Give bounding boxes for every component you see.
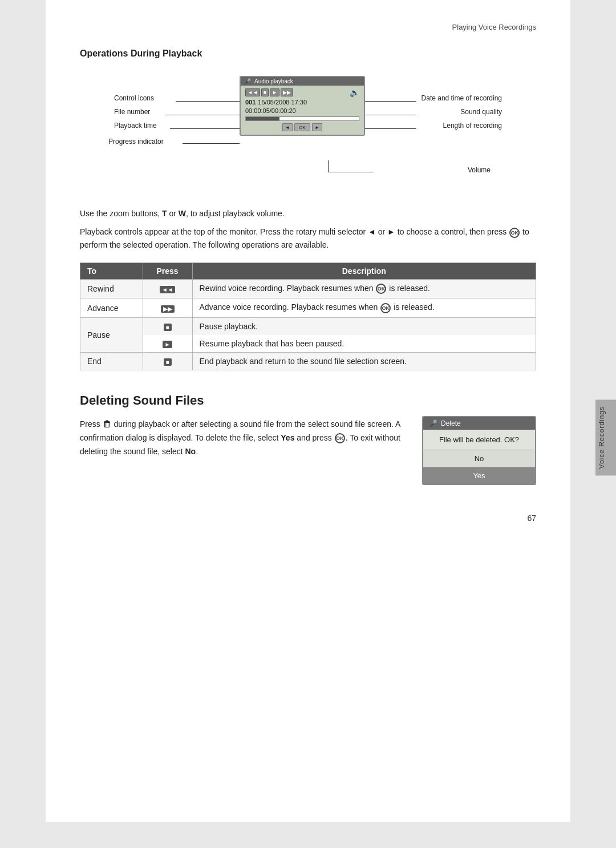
lcd-file-number: 001 [245, 99, 256, 106]
header-title: Playing Voice Recordings [452, 23, 536, 31]
label-length: Length of recording [443, 122, 502, 130]
td-pause-press1: ■ [143, 317, 192, 335]
body-text-1: Use the zoom buttons, T or W, to adjust … [80, 207, 536, 220]
lcd-file-info: 001 15/05/2008 17:30 [245, 99, 359, 106]
td-pause-to: Pause [80, 317, 143, 352]
delete-dialog-body: File will be deleted. OK? [423, 430, 535, 450]
delete-dialog: 🎤 Delete File will be deleted. OK? No Ye… [422, 416, 536, 485]
table-row-advance: Advance ▶▶ Advance voice recording. Play… [80, 298, 536, 317]
table-row-end: End ■ End playback and return to the sou… [80, 352, 536, 370]
td-rewind-desc: Rewind voice recording. Playback resumes… [192, 280, 536, 298]
bold-W: W [179, 209, 186, 218]
td-advance-desc: Advance voice recording. Playback resume… [192, 298, 536, 317]
td-rewind-press: ◄◄ [143, 280, 192, 298]
td-end-to: End [80, 352, 143, 370]
label-control-icons: Control icons [114, 94, 154, 102]
advance-icon: ▶▶ [161, 305, 175, 313]
lcd-back-btn: ◄ [282, 123, 293, 131]
delete-dialog-message: File will be deleted. OK? [439, 435, 519, 444]
th-description: Description [192, 263, 536, 280]
delete-option-yes-label: Yes [473, 471, 485, 480]
delete-dialog-title-text: Delete [441, 419, 461, 427]
lcd-ok-btn: OK [294, 123, 310, 131]
lcd-fwd-btn: ► [312, 123, 322, 131]
speaker-icon: 🔈 [350, 88, 359, 97]
delete-option-no[interactable]: No [423, 450, 535, 467]
delete-text: Press 🗑 during playback or after selecti… [80, 416, 405, 459]
bold-yes: Yes [281, 433, 294, 442]
table-row-rewind: Rewind ◄◄ Rewind voice recording. Playba… [80, 280, 536, 298]
mic-icon-dialog: 🎤 [429, 419, 437, 427]
play-btn: ► [270, 88, 279, 96]
rewind-icon: ◄◄ [160, 286, 176, 293]
lcd-date-time: 15/05/2008 17:30 [258, 99, 307, 106]
td-pause-desc1: Pause playback. [192, 317, 536, 335]
line-playback-time [170, 128, 240, 129]
line-length [365, 128, 416, 129]
td-pause-desc2: Resume playback that has been paused. [192, 335, 536, 353]
lcd-bottom-controls: ◄ OK ► [245, 123, 359, 131]
line-progress [183, 143, 240, 144]
delete-option-yes[interactable]: Yes [423, 467, 535, 484]
lcd-screen: 🎤 Audio playback ◄◄ ■ ► ▶▶ 🔈 001 15/05/2… [240, 76, 365, 136]
td-end-press: ■ [143, 352, 192, 370]
trash-icon: 🗑 [103, 419, 112, 429]
play-resume-icon: ► [163, 341, 173, 348]
stop-btn: ■ [261, 88, 269, 96]
td-advance-to: Advance [80, 298, 143, 317]
ok-circle-rewind: OK [376, 284, 386, 294]
line-sound-quality [365, 115, 416, 115]
ok-circle-delete: OK [335, 433, 345, 443]
lcd-controls: ◄◄ ■ ► ▶▶ [245, 88, 293, 96]
delete-option-no-label: No [475, 454, 484, 463]
line-volume-vert [328, 160, 329, 172]
section1-title: Operations During Playback [80, 49, 536, 59]
delete-dialog-options: No Yes [423, 450, 535, 484]
mic-icon: 🎤 [244, 78, 251, 84]
line-date-time [365, 101, 416, 102]
line-volume-horiz [328, 172, 374, 172]
lcd-progress-bar [245, 116, 359, 121]
lcd-title: Audio playback [254, 78, 293, 84]
table-row-pause-1: Pause ■ Pause playback. [80, 317, 536, 335]
td-rewind-to: Rewind [80, 280, 143, 298]
label-file-number: File number [114, 108, 150, 116]
label-volume: Volume [468, 166, 491, 174]
bold-no: No [185, 447, 196, 456]
page-header: Playing Voice Recordings [80, 23, 536, 35]
lcd-time-row: 00:00:05/00:00:20 [245, 107, 359, 114]
table-row-pause-2: ► Resume playback that has been paused. [80, 335, 536, 353]
label-playback-time: Playback time [114, 122, 157, 130]
label-sound-quality: Sound quality [460, 108, 502, 116]
lcd-title-bar: 🎤 Audio playback [241, 77, 364, 86]
lcd-progress-fill [246, 117, 279, 120]
diagram-wrapper: Control icons File number Playback time … [114, 70, 502, 190]
pause-icon: ■ [164, 324, 172, 331]
rewind-btn: ◄◄ [245, 88, 260, 96]
td-end-desc: End playback and return to the sound fil… [192, 352, 536, 370]
td-advance-press: ▶▶ [143, 298, 192, 317]
ok-circle-inline: OK [509, 228, 520, 238]
lcd-controls-row: ◄◄ ■ ► ▶▶ 🔈 [245, 88, 359, 97]
delete-section: Press 🗑 during playback or after selecti… [80, 416, 536, 485]
label-date-time: Date and time of recording [422, 94, 502, 102]
td-pause-press2: ► [143, 335, 192, 353]
sidebar-tab-label: Voice Recordings [598, 406, 606, 469]
diagram-container: Control icons File number Playback time … [80, 70, 536, 190]
line-file-number [165, 115, 240, 115]
stop-icon: ■ [164, 358, 172, 366]
operations-table: To Press Description Rewind ◄◄ Rewind vo… [80, 263, 536, 370]
bold-T: T [162, 209, 167, 218]
lcd-time-info: 00:00:05/00:00:20 [245, 107, 296, 114]
sidebar-tab: Voice Recordings [595, 399, 616, 475]
section2-title: Deleting Sound Files [80, 393, 536, 408]
line-control-icons [176, 101, 240, 102]
body-text-2: Playback controls appear at the top of t… [80, 225, 536, 251]
ok-circle-advance: OK [380, 303, 391, 313]
th-to: To [80, 263, 143, 280]
page-number: 67 [80, 508, 536, 523]
forward-btn: ▶▶ [281, 88, 293, 96]
th-press: Press [143, 263, 192, 280]
label-progress-indicator: Progress indicator [108, 138, 164, 146]
delete-dialog-title: 🎤 Delete [423, 417, 535, 430]
